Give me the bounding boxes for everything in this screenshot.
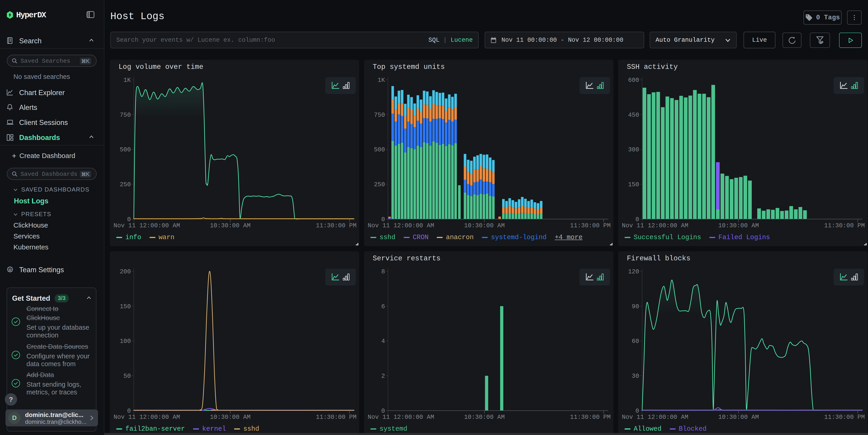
svg-text:11:30:00 PM: 11:30:00 PM xyxy=(824,414,865,421)
svg-text:250: 250 xyxy=(120,181,131,188)
svg-text:30: 30 xyxy=(632,373,639,380)
svg-text:500: 500 xyxy=(374,146,385,153)
svg-text:0: 0 xyxy=(127,408,131,414)
svg-text:8: 8 xyxy=(381,268,385,275)
svg-text:10:30:00 AM: 10:30:00 AM xyxy=(464,222,505,229)
svg-text:Nov 11 12:00:00 AM: Nov 11 12:00:00 AM xyxy=(622,414,688,421)
svg-text:10:30:00 AM: 10:30:00 AM xyxy=(718,414,759,421)
svg-text:10:30:00 AM: 10:30:00 AM xyxy=(718,222,759,229)
svg-text:11:30:00 PM: 11:30:00 PM xyxy=(316,414,356,421)
svg-text:50: 50 xyxy=(124,373,131,380)
svg-text:250: 250 xyxy=(374,181,385,188)
svg-text:0: 0 xyxy=(381,216,385,223)
svg-text:90: 90 xyxy=(632,303,639,310)
svg-text:0: 0 xyxy=(127,216,131,223)
svg-text:Nov 11 12:00:00 AM: Nov 11 12:00:00 AM xyxy=(114,222,180,229)
svg-text:0: 0 xyxy=(636,216,639,223)
svg-text:60: 60 xyxy=(632,338,639,345)
svg-text:Nov 11 12:00:00 AM: Nov 11 12:00:00 AM xyxy=(622,222,688,229)
svg-text:1K: 1K xyxy=(378,77,385,84)
svg-text:200: 200 xyxy=(120,268,131,275)
svg-text:150: 150 xyxy=(628,181,639,188)
svg-text:0: 0 xyxy=(381,408,385,414)
svg-text:Nov 11 12:00:00 AM: Nov 11 12:00:00 AM xyxy=(368,414,434,421)
svg-text:Nov 11 12:00:00 AM: Nov 11 12:00:00 AM xyxy=(368,222,434,229)
svg-text:11:30:00 PM: 11:30:00 PM xyxy=(316,222,356,229)
svg-text:450: 450 xyxy=(628,112,639,119)
svg-text:500: 500 xyxy=(120,146,131,153)
svg-text:1K: 1K xyxy=(124,77,131,84)
svg-text:4: 4 xyxy=(381,338,385,345)
svg-text:11:30:00 PM: 11:30:00 PM xyxy=(570,414,611,421)
svg-text:120: 120 xyxy=(628,268,639,275)
svg-text:750: 750 xyxy=(374,112,385,119)
svg-text:Nov 11 12:00:00 AM: Nov 11 12:00:00 AM xyxy=(114,414,180,421)
svg-text:0: 0 xyxy=(636,408,639,414)
svg-text:2: 2 xyxy=(381,373,385,380)
svg-text:11:30:00 PM: 11:30:00 PM xyxy=(570,222,611,229)
svg-text:11:30:00 PM: 11:30:00 PM xyxy=(824,222,865,229)
svg-text:10:30:00 AM: 10:30:00 AM xyxy=(210,222,250,229)
svg-text:300: 300 xyxy=(628,146,639,153)
svg-text:100: 100 xyxy=(120,338,131,345)
svg-text:750: 750 xyxy=(120,112,131,119)
svg-text:10:30:00 AM: 10:30:00 AM xyxy=(464,414,505,421)
svg-text:10:30:00 AM: 10:30:00 AM xyxy=(210,414,250,421)
svg-text:6: 6 xyxy=(381,303,385,310)
svg-text:600: 600 xyxy=(628,77,639,84)
svg-text:150: 150 xyxy=(120,303,131,310)
